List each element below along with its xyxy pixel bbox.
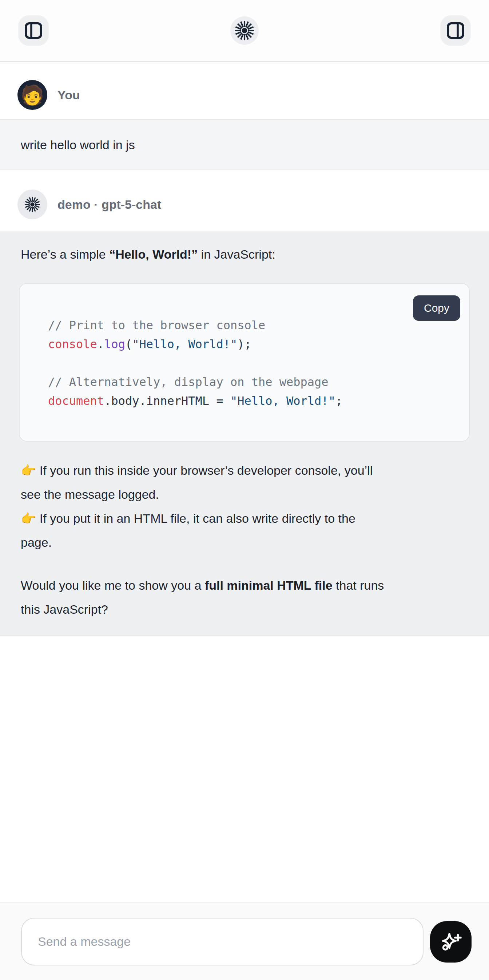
top-bar (0, 0, 489, 62)
starburst-icon (234, 20, 255, 41)
assistant-message-header: demo · gpt-5-chat (0, 170, 489, 231)
code-block: // Print to the browser consoleconsole.l… (48, 316, 454, 410)
code-token: log (104, 337, 125, 351)
assistant-model-label: demo · gpt-5-chat (57, 197, 161, 212)
sidebar-toggle-button[interactable] (18, 15, 49, 46)
code-line: document.body.innerHTML = "Hello, World!… (48, 391, 454, 410)
model-menu-button[interactable] (230, 16, 259, 45)
copy-code-button[interactable]: Copy (413, 295, 460, 321)
assistant-paragraphs: 👉 If you run this inside your browser’s … (21, 458, 468, 621)
code-token: .body.innerHTML = (104, 394, 230, 408)
code-token: document (48, 394, 104, 408)
code-token: "Hello, World!" (230, 394, 336, 408)
bold-text-segment: “Hello, World!” (109, 247, 198, 261)
panel-right-toggle-button[interactable] (440, 15, 471, 46)
user-message: write hello world in js (0, 119, 489, 170)
code-token: // Alternatively, display on the webpage (48, 375, 328, 389)
code-line: // Print to the browser console (48, 316, 454, 335)
sparkle-plus-icon (440, 931, 462, 953)
user-avatar-emoji: 🧑 (21, 86, 45, 104)
code-token: console (48, 337, 97, 351)
starburst-icon (24, 196, 41, 213)
text-segment: Would you like me to show you a (21, 578, 205, 592)
panel-right-icon (447, 22, 464, 39)
user-name-label: You (57, 88, 80, 102)
assistant-paragraph: Here’s a simple “Hello, World!” in JavaS… (21, 242, 468, 266)
bold-text-segment: full minimal HTML file (205, 578, 333, 592)
code-block-card: Copy // Print to the browser consolecons… (19, 283, 470, 442)
empty-chat-space (0, 636, 489, 902)
assistant-paragraph: 👉 If you run this inside your browser’s … (21, 458, 468, 554)
composer-bar (0, 902, 489, 980)
code-token: ; (336, 394, 342, 408)
code-token: // Print to the browser console (48, 318, 265, 332)
send-button[interactable] (430, 921, 471, 963)
panel-left-icon (25, 22, 42, 39)
assistant-intro: Here’s a simple “Hello, World!” in JavaS… (21, 242, 468, 266)
message-input[interactable] (21, 918, 424, 966)
code-token: ( (125, 337, 132, 351)
code-line: // Alternatively, display on the webpage (48, 372, 454, 391)
code-token: ); (237, 337, 252, 351)
code-token: "Hello, World!" (132, 337, 237, 351)
text-segment: in JavaScript: (198, 247, 276, 261)
assistant-message: Here’s a simple “Hello, World!” in JavaS… (0, 231, 489, 636)
code-line: console.log("Hello, World!"); (48, 335, 454, 353)
chat-scroll-area: 🧑 You write hello world in js demo · gpt… (0, 62, 489, 902)
text-segment: 👉 If you run this inside your browser’s … (21, 463, 373, 549)
user-avatar: 🧑 (18, 80, 47, 110)
assistant-avatar (18, 189, 47, 220)
user-message-text: write hello world in js (21, 138, 135, 152)
assistant-paragraph: Would you like me to show you a full min… (21, 573, 468, 621)
text-segment: Here’s a simple (21, 247, 109, 261)
code-line (48, 353, 454, 372)
user-message-header: 🧑 You (0, 62, 489, 119)
code-token: . (97, 337, 104, 351)
